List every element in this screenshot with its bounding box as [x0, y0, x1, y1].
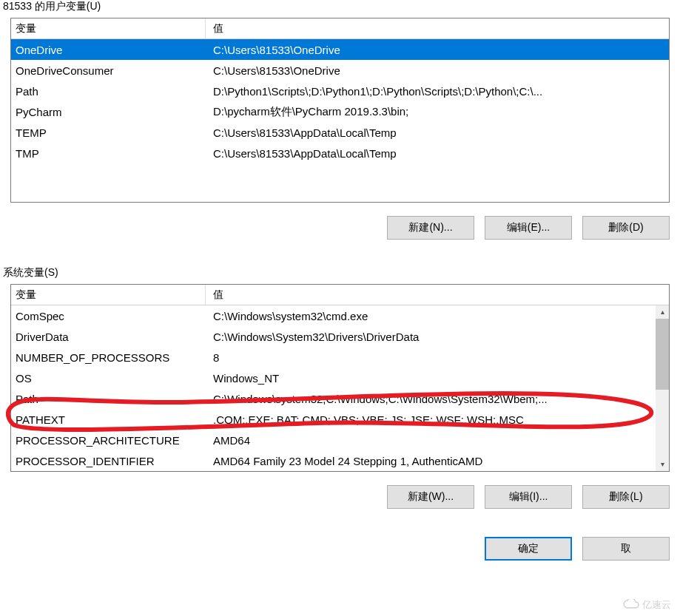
user-header-variable[interactable]: 变量 — [11, 18, 206, 38]
dialog-buttons: 确定 取 — [0, 509, 680, 561]
table-row[interactable]: DriverDataC:\Windows\System32\Drivers\Dr… — [11, 326, 656, 347]
row-variable: DriverData — [11, 331, 206, 343]
user-new-button[interactable]: 新建(N)... — [387, 216, 474, 240]
system-vars-label: 系统变量(S) — [0, 266, 680, 284]
row-variable: OS — [11, 372, 206, 385]
scroll-up-icon[interactable]: ▴ — [656, 305, 669, 319]
table-row[interactable]: PATHEXT.COM;.EXE;.BAT;.CMD;.VBS;.VBE;.JS… — [11, 409, 656, 430]
row-variable: PATHEXT — [11, 413, 206, 426]
cancel-button[interactable]: 取 — [582, 537, 670, 561]
system-new-button[interactable]: 新建(W)... — [387, 485, 474, 509]
row-value: C:\Users\81533\OneDrive — [206, 44, 669, 56]
row-value: D:\Python1\Scripts\;D:\Python1\;D:\Pytho… — [206, 85, 669, 98]
scrollbar-track[interactable]: ▴ ▾ — [656, 305, 669, 471]
row-variable: ComSpec — [11, 310, 206, 322]
user-vars-label: 81533 的用户变量(U) — [0, 0, 680, 18]
scroll-down-icon[interactable]: ▾ — [656, 458, 669, 471]
row-variable: PyCharm — [11, 106, 206, 118]
row-value: C:\Users\81533\OneDrive — [206, 64, 669, 77]
system-delete-button[interactable]: 删除(L) — [582, 485, 670, 509]
system-vars-buttons: 新建(W)... 编辑(I)... 删除(L) — [0, 472, 680, 509]
watermark-text: 亿速云 — [642, 598, 671, 612]
user-vars-buttons: 新建(N)... 编辑(E)... 删除(D) — [0, 203, 680, 240]
ok-button[interactable]: 确定 — [485, 537, 572, 561]
row-variable: Path — [11, 85, 206, 98]
table-row[interactable]: OSWindows_NT — [11, 368, 656, 388]
row-value: AMD64 — [206, 434, 656, 447]
row-value: D:\pycharm软件\PyCharm 2019.3.3\bin; — [206, 105, 669, 119]
user-vars-list[interactable]: OneDriveC:\Users\81533\OneDriveOneDriveC… — [11, 39, 669, 202]
row-variable: OneDriveConsumer — [11, 64, 206, 77]
row-value: AMD64 Family 23 Model 24 Stepping 1, Aut… — [206, 455, 656, 467]
row-variable: OneDrive — [11, 44, 206, 56]
row-variable: TEMP — [11, 126, 206, 139]
system-edit-button[interactable]: 编辑(I)... — [485, 485, 572, 509]
table-row[interactable]: ComSpecC:\Windows\system32\cmd.exe — [11, 305, 656, 326]
table-row[interactable]: PROCESSOR_IDENTIFIERAMD64 Family 23 Mode… — [11, 450, 656, 471]
row-variable: PROCESSOR_IDENTIFIER — [11, 455, 206, 467]
row-value: .COM;.EXE;.BAT;.CMD;.VBS;.VBE;.JS;.JSE;.… — [206, 413, 656, 426]
user-delete-button[interactable]: 删除(D) — [582, 216, 670, 240]
row-value: C:\Windows\System32\Drivers\DriverData — [206, 331, 656, 343]
watermark: 亿速云 — [613, 594, 680, 616]
user-vars-panel: 变量 值 OneDriveC:\Users\81533\OneDriveOneD… — [10, 18, 670, 203]
row-value: C:\Windows\system32\cmd.exe — [206, 310, 656, 322]
table-row[interactable]: PyCharmD:\pycharm软件\PyCharm 2019.3.3\bin… — [11, 101, 669, 122]
system-vars-header: 变量 值 — [11, 285, 669, 305]
table-row[interactable]: OneDriveConsumerC:\Users\81533\OneDrive — [11, 60, 669, 81]
table-row[interactable]: PathD:\Python1\Scripts\;D:\Python1\;D:\P… — [11, 81, 669, 101]
user-header-value[interactable]: 值 — [206, 18, 669, 38]
system-vars-list[interactable]: ComSpecC:\Windows\system32\cmd.exeDriver… — [11, 305, 669, 471]
table-row[interactable]: OneDriveC:\Users\81533\OneDrive — [11, 39, 669, 60]
row-variable: NUMBER_OF_PROCESSORS — [11, 351, 206, 364]
row-value: C:\Windows\system32;C:\Windows;C:\Window… — [206, 393, 656, 405]
scrollbar-thumb[interactable] — [656, 319, 669, 390]
row-value: C:\Users\81533\AppData\Local\Temp — [206, 147, 669, 160]
table-row[interactable]: PROCESSOR_ARCHITECTUREAMD64 — [11, 430, 656, 450]
system-vars-panel: 变量 值 ComSpecC:\Windows\system32\cmd.exeD… — [10, 284, 670, 472]
system-header-variable[interactable]: 变量 — [11, 285, 206, 305]
row-variable: Path — [11, 393, 206, 405]
user-edit-button[interactable]: 编辑(E)... — [485, 216, 572, 240]
system-header-value[interactable]: 值 — [206, 285, 669, 305]
row-variable: PROCESSOR_ARCHITECTURE — [11, 434, 206, 447]
row-variable: TMP — [11, 147, 206, 160]
user-vars-header: 变量 值 — [11, 18, 669, 39]
row-value: 8 — [206, 351, 656, 364]
table-row[interactable]: NUMBER_OF_PROCESSORS8 — [11, 347, 656, 368]
table-row[interactable]: PathC:\Windows\system32;C:\Windows;C:\Wi… — [11, 388, 656, 409]
row-value: C:\Users\81533\AppData\Local\Temp — [206, 126, 669, 139]
table-row[interactable]: TEMPC:\Users\81533\AppData\Local\Temp — [11, 122, 669, 143]
row-value: Windows_NT — [206, 372, 656, 385]
table-row[interactable]: TMPC:\Users\81533\AppData\Local\Temp — [11, 143, 669, 163]
